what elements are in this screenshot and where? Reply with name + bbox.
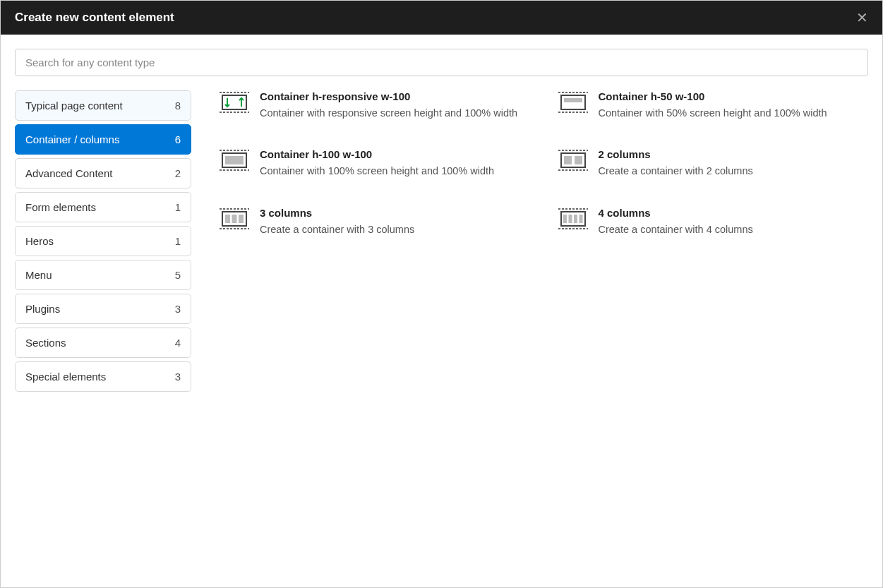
sidebar-item-advanced-content[interactable]: Advanced Content 2 [15, 158, 191, 188]
content-desc: Create a container with 2 columns [599, 164, 869, 178]
sidebar-item-label: Advanced Content [25, 167, 112, 179]
svg-rect-28 [568, 215, 572, 223]
content-desc: Container with 50% screen height and 100… [599, 106, 869, 120]
sidebar-item-count: 8 [175, 100, 181, 112]
content-desc: Create a container with 3 columns [260, 222, 530, 236]
content-title: Container h-100 w-100 [260, 148, 530, 160]
sidebar-item-count: 1 [175, 201, 181, 213]
sidebar-item-menu[interactable]: Menu 5 [15, 260, 191, 290]
content-item-container-h-100[interactable]: Container h-100 w-100 Container with 100… [220, 148, 530, 178]
content-item-container-h-50[interactable]: Container h-50 w-100 Container with 50% … [558, 90, 869, 120]
sidebar: Typical page content 8 Container / colum… [15, 90, 191, 573]
sidebar-item-sections[interactable]: Sections 4 [15, 328, 191, 358]
modal-body: Typical page content 8 Container / colum… [1, 35, 882, 587]
sidebar-item-count: 3 [175, 371, 181, 383]
search-input[interactable] [15, 49, 868, 76]
sidebar-item-label: Container / columns [25, 133, 119, 145]
sidebar-item-count: 4 [175, 337, 181, 349]
create-content-modal: Create new content element ✕ Typical pag… [0, 0, 883, 588]
content-desc: Container with responsive screen height … [260, 106, 530, 120]
content-grid: Container h-responsive w-100 Container w… [220, 90, 868, 573]
container-responsive-icon [220, 92, 249, 113]
content-title: Container h-responsive w-100 [260, 90, 530, 102]
close-button[interactable]: ✕ [856, 11, 868, 25]
modal-title: Create new content element [15, 11, 174, 25]
sidebar-item-heros[interactable]: Heros 1 [15, 226, 191, 256]
sidebar-item-form-elements[interactable]: Form elements 1 [15, 192, 191, 222]
svg-rect-23 [239, 215, 244, 223]
columns-3-icon [220, 208, 249, 229]
modal-header: Create new content element ✕ [1, 1, 882, 35]
svg-rect-30 [579, 215, 582, 223]
content-title: 3 columns [260, 207, 530, 219]
svg-rect-21 [225, 215, 230, 223]
svg-rect-8 [564, 98, 582, 102]
content-item-2-columns[interactable]: 2 columns Create a container with 2 colu… [558, 148, 869, 178]
container-full-icon [220, 150, 249, 171]
content-title: 2 columns [599, 148, 869, 160]
sidebar-item-count: 6 [175, 133, 181, 145]
content-area: Typical page content 8 Container / colum… [15, 90, 868, 573]
sidebar-item-container-columns[interactable]: Container / columns 6 [15, 124, 191, 155]
sidebar-item-label: Plugins [25, 303, 60, 315]
content-title: 4 columns [599, 207, 869, 219]
content-desc: Create a container with 4 columns [599, 222, 869, 236]
svg-rect-29 [574, 215, 577, 223]
content-text: 4 columns Create a container with 4 colu… [599, 207, 869, 236]
container-half-icon [558, 92, 588, 113]
svg-rect-27 [563, 215, 567, 223]
sidebar-item-label: Typical page content [25, 100, 123, 112]
svg-rect-12 [225, 156, 244, 164]
sidebar-item-label: Heros [25, 235, 54, 247]
sidebar-item-count: 2 [175, 167, 181, 179]
sidebar-item-label: Form elements [25, 201, 96, 213]
content-desc: Container with 100% screen height and 10… [260, 164, 530, 178]
sidebar-item-plugins[interactable]: Plugins 3 [15, 294, 191, 324]
content-text: Container h-50 w-100 Container with 50% … [599, 90, 869, 120]
sidebar-item-count: 1 [175, 235, 181, 247]
content-text: Container h-responsive w-100 Container w… [260, 90, 530, 120]
svg-rect-17 [575, 156, 582, 164]
content-text: 2 columns Create a container with 2 colu… [599, 148, 869, 178]
sidebar-item-label: Menu [25, 269, 52, 281]
sidebar-item-typical-page-content[interactable]: Typical page content 8 [15, 90, 191, 121]
sidebar-item-special-elements[interactable]: Special elements 3 [15, 361, 191, 392]
sidebar-item-count: 5 [175, 269, 181, 281]
content-item-4-columns[interactable]: 4 columns Create a container with 4 colu… [558, 207, 869, 236]
columns-2-icon [558, 150, 588, 171]
sidebar-item-label: Special elements [25, 371, 106, 383]
sidebar-item-count: 3 [175, 303, 181, 315]
content-title: Container h-50 w-100 [599, 90, 869, 102]
content-item-container-h-responsive[interactable]: Container h-responsive w-100 Container w… [220, 90, 530, 120]
content-text: 3 columns Create a container with 3 colu… [260, 207, 530, 236]
svg-rect-2 [222, 95, 246, 109]
content-item-3-columns[interactable]: 3 columns Create a container with 3 colu… [220, 207, 530, 236]
columns-4-icon [558, 208, 588, 229]
content-text: Container h-100 w-100 Container with 100… [260, 148, 530, 178]
svg-rect-22 [232, 215, 237, 223]
sidebar-item-label: Sections [25, 337, 66, 349]
close-icon: ✕ [856, 10, 868, 25]
svg-rect-16 [564, 156, 572, 164]
